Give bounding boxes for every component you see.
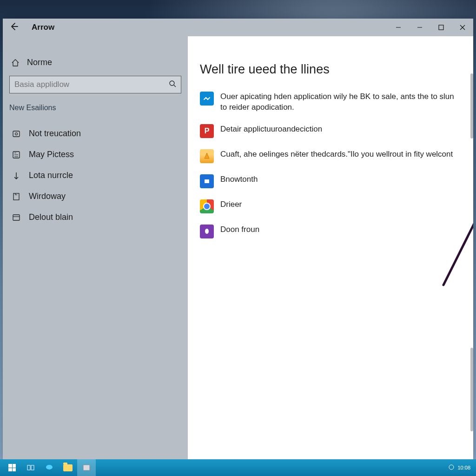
sidebar-item-0[interactable]: Not treucation xyxy=(9,123,181,144)
app-row-1[interactable]: P Detair applictuuroandeciction xyxy=(200,120,457,145)
scrollbar[interactable] xyxy=(469,73,473,450)
app-icon-5 xyxy=(200,225,214,238)
scrollbar-thumb-bottom[interactable] xyxy=(470,348,473,431)
sidebar-home[interactable]: Norme xyxy=(9,55,181,76)
app-text: Doon froun xyxy=(220,225,259,235)
sidebar-item-2-icon xyxy=(11,171,21,180)
window-maximize-button[interactable] xyxy=(430,19,452,36)
taskview-icon xyxy=(26,463,35,472)
sidebar-item-label: Delout blain xyxy=(29,212,73,222)
window-minimize-button[interactable] xyxy=(409,19,430,36)
svg-rect-17 xyxy=(27,465,30,470)
main-content: Well tire ueed the llines Ouer apicating… xyxy=(188,36,473,459)
sidebar-item-2[interactable]: Lota nurrcle xyxy=(9,165,181,186)
app-icon-1: P xyxy=(200,124,214,138)
svg-point-8 xyxy=(15,132,18,135)
maximize-icon xyxy=(438,25,444,30)
sidebar: Norme New Esailions Not treucation May P… xyxy=(3,36,188,459)
app-icon-4 xyxy=(200,199,214,213)
chat-icon xyxy=(45,463,53,472)
app-icon-0 xyxy=(200,92,214,106)
app-text: Cuaft, ahe oelinges nëter thedcards."Ilo… xyxy=(220,149,453,160)
app-row-5[interactable]: Doon froun xyxy=(200,221,457,246)
settings-window: Arrow Norme New Esailions N xyxy=(3,19,473,459)
page-heading: Well tire ueed the llines xyxy=(200,62,457,77)
scrollbar-thumb-top[interactable] xyxy=(470,73,473,139)
taskbar-taskview-button[interactable] xyxy=(21,459,40,476)
home-icon xyxy=(10,58,20,67)
app-row-2[interactable]: Cuaft, ahe oelinges nëter thedcards."Ilo… xyxy=(200,145,457,171)
tray-icon-1[interactable] xyxy=(448,464,455,471)
svg-rect-12 xyxy=(13,215,20,220)
taskbar: 10:08 xyxy=(0,459,476,476)
app-row-3[interactable]: Bnowtonth xyxy=(200,171,457,196)
taskbar-settings-active[interactable] xyxy=(77,459,96,476)
sidebar-home-label: Norme xyxy=(27,58,52,67)
back-button[interactable] xyxy=(9,22,20,33)
system-tray[interactable]: 10:08 xyxy=(448,464,473,471)
search-box[interactable] xyxy=(9,76,181,93)
taskbar-start-button[interactable] xyxy=(3,459,21,476)
sidebar-item-3-icon xyxy=(11,192,21,201)
sidebar-item-3[interactable]: Wirdoway xyxy=(9,186,181,207)
app-icon-3 xyxy=(200,174,214,188)
svg-point-5 xyxy=(170,81,174,86)
sidebar-item-label: May Pictess xyxy=(29,150,74,159)
app-row-0[interactable]: Ouer apicating hden application wily he … xyxy=(200,88,457,120)
folder-icon xyxy=(63,464,73,471)
search-input[interactable] xyxy=(14,80,162,89)
svg-rect-11 xyxy=(13,193,19,200)
sidebar-section-label: New Esailions xyxy=(9,104,181,112)
taskbar-explorer[interactable] xyxy=(59,459,77,476)
svg-line-6 xyxy=(174,85,176,87)
window-icon xyxy=(82,463,91,472)
svg-rect-18 xyxy=(31,465,34,470)
svg-point-19 xyxy=(46,465,53,469)
tray-clock[interactable]: 10:08 xyxy=(457,465,470,470)
sidebar-item-label: Wirdoway xyxy=(29,192,66,201)
window-min2-button[interactable] xyxy=(388,19,409,36)
svg-rect-2 xyxy=(439,25,443,30)
window-title: Arrow xyxy=(32,23,54,32)
app-text: Detair applictuuroandeciction xyxy=(220,124,322,135)
sidebar-item-label: Lota nurrcle xyxy=(29,171,73,180)
minimize2-icon xyxy=(396,25,401,30)
sidebar-item-4[interactable]: Delout blain xyxy=(9,207,181,228)
sidebar-item-label: Not treucation xyxy=(29,129,81,139)
sidebar-item-1[interactable]: May Pictess xyxy=(9,144,181,165)
app-text: Ouer apicating hden application wily he … xyxy=(220,92,457,113)
sidebar-item-4-icon xyxy=(11,213,21,222)
window-body: Norme New Esailions Not treucation May P… xyxy=(3,36,473,459)
svg-rect-14 xyxy=(205,179,209,183)
taskbar-app-1[interactable] xyxy=(40,459,59,476)
sidebar-item-0-icon xyxy=(11,129,21,139)
sidebar-item-1-icon xyxy=(11,150,21,159)
svg-rect-7 xyxy=(13,131,20,137)
window-close-button[interactable] xyxy=(452,19,473,36)
start-icon xyxy=(8,464,16,471)
svg-point-21 xyxy=(449,465,454,469)
minimize-icon xyxy=(417,25,423,30)
app-row-4[interactable]: Drieer xyxy=(200,196,457,221)
window-titlebar: Arrow xyxy=(3,19,473,36)
svg-rect-20 xyxy=(83,465,90,470)
back-arrow-icon xyxy=(9,22,19,31)
app-text: Bnowtonth xyxy=(220,174,258,185)
close-icon xyxy=(460,25,465,30)
search-icon xyxy=(169,80,176,89)
app-icon-2 xyxy=(200,149,214,163)
app-text: Drieer xyxy=(220,199,242,210)
